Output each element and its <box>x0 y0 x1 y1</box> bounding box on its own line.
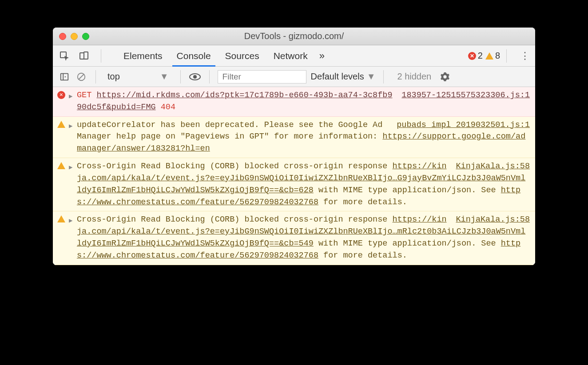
live-expression-icon[interactable] <box>189 71 201 83</box>
divider <box>101 49 101 63</box>
error-count-badge[interactable]: ✕ 2 <box>468 51 483 61</box>
tab-elements[interactable]: Elements <box>116 45 170 67</box>
close-window-button[interactable] <box>59 33 66 40</box>
message-text: with MIME type application/json. See <box>314 239 501 248</box>
message-text: Cross-Origin Read Blocking (CORB) blocke… <box>77 162 393 171</box>
traffic-lights <box>59 33 89 40</box>
warning-icon <box>57 215 65 222</box>
http-method: GET <box>77 91 91 100</box>
message-text: Cross-Origin Read Blocking (CORB) blocke… <box>77 215 393 224</box>
tab-sources[interactable]: Sources <box>218 45 266 67</box>
clear-console-icon[interactable] <box>75 71 87 83</box>
message-source-link[interactable]: KinjaKala.js:58 <box>456 214 530 226</box>
message-text: with MIME type application/json. See <box>314 186 501 195</box>
context-label: top <box>107 71 120 82</box>
console-message-error[interactable]: ✕ ▶ 183957-12515575323306.js:1 GET https… <box>53 87 535 117</box>
divider <box>383 70 384 83</box>
http-status: 404 <box>161 103 175 112</box>
dropdown-caret-icon: ▼ <box>160 71 169 82</box>
window-title: DevTools - gizmodo.com/ <box>53 31 535 41</box>
message-source-link[interactable]: pubads_impl_2019032501.js:1 <box>397 119 530 131</box>
message-text: for more details. <box>318 198 407 207</box>
warning-count-badge[interactable]: 8 <box>485 51 500 61</box>
console-message-warning[interactable]: ▶ KinjaKala.js:58 Cross-Origin Read Bloc… <box>53 158 535 211</box>
console-filterbar: top ▼ Default levels ▼ 2 hidden <box>53 67 535 87</box>
warning-count: 8 <box>495 51 500 61</box>
message-source-link[interactable]: KinjaKala.js:58 <box>456 161 530 173</box>
disclosure-triangle-icon[interactable]: ▶ <box>69 122 76 131</box>
message-text: updateCorrelator has been deprecated. Pl… <box>77 120 382 142</box>
console-messages: ✕ ▶ 183957-12515575323306.js:1 GET https… <box>53 87 535 265</box>
console-message-warning[interactable]: ▶ KinjaKala.js:58 Cross-Origin Read Bloc… <box>53 211 535 265</box>
devtools-window: DevTools - gizmodo.com/ Elements Console… <box>53 28 535 265</box>
kebab-menu-icon[interactable]: ⋮ <box>520 50 530 62</box>
svg-line-6 <box>79 74 84 79</box>
execution-context-select[interactable]: top ▼ <box>104 71 172 83</box>
message-text: for more details. <box>318 251 407 260</box>
svg-point-8 <box>193 75 197 79</box>
error-icon: ✕ <box>468 52 476 60</box>
hidden-messages-count[interactable]: 2 hidden <box>397 71 431 82</box>
sidebar-toggle-icon[interactable] <box>58 71 71 83</box>
more-tabs-chevron-icon[interactable]: » <box>319 50 325 62</box>
tab-console[interactable]: Console <box>170 45 218 67</box>
request-url[interactable]: https://mid.rkdms.com/ids?ptk=17c1789b-e… <box>77 91 393 112</box>
svg-rect-3 <box>61 73 68 80</box>
warning-icon <box>57 162 65 169</box>
divider <box>209 70 210 83</box>
zoom-window-button[interactable] <box>82 33 89 40</box>
dropdown-caret-icon: ▼ <box>367 71 376 82</box>
filter-input[interactable] <box>218 70 306 83</box>
svg-rect-2 <box>84 52 88 59</box>
tabbar: Elements Console Sources Network » ✕ 2 8… <box>53 45 535 67</box>
disclosure-triangle-icon[interactable]: ▶ <box>69 216 76 225</box>
divider <box>95 70 96 83</box>
device-toolbar-icon[interactable] <box>78 50 90 62</box>
divider <box>506 49 507 63</box>
error-icon: ✕ <box>57 91 65 99</box>
disclosure-triangle-icon[interactable]: ▶ <box>69 92 76 101</box>
console-settings-icon[interactable] <box>440 72 450 82</box>
warning-icon <box>485 52 493 60</box>
console-message-warning[interactable]: ▶ pubads_impl_2019032501.js:1 updateCorr… <box>53 117 535 158</box>
log-levels-select[interactable]: Default levels ▼ <box>311 71 376 82</box>
error-count: 2 <box>478 51 483 61</box>
warning-icon <box>57 121 65 128</box>
inspect-element-icon[interactable] <box>58 50 71 62</box>
minimize-window-button[interactable] <box>71 33 78 40</box>
disclosure-triangle-icon[interactable]: ▶ <box>69 163 76 172</box>
titlebar: DevTools - gizmodo.com/ <box>53 28 535 45</box>
message-source-link[interactable]: 183957-12515575323306.js:1 <box>401 90 530 102</box>
levels-label: Default levels <box>311 71 364 82</box>
tabs: Elements Console Sources Network » <box>116 45 325 67</box>
divider <box>180 70 181 83</box>
tab-network[interactable]: Network <box>266 45 315 67</box>
